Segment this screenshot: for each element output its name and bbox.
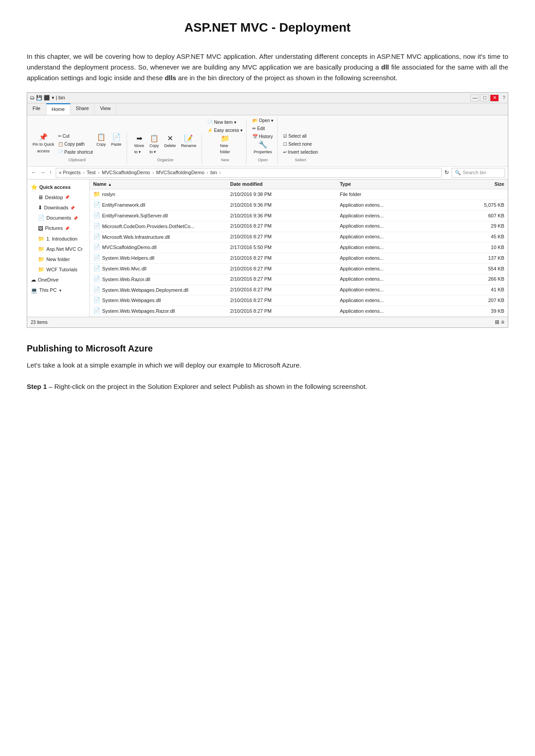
organize-label: Organize (157, 157, 174, 163)
sidebar-item-downloads[interactable]: ⬇ Downloads 📌 (27, 203, 89, 213)
search-icon: 🔍 (455, 169, 461, 177)
copy-button[interactable]: 📋 Copy (95, 133, 107, 148)
table-row[interactable]: 📄System.Web.Webpages.Razor.dll 2/10/2016… (90, 306, 508, 317)
sidebar-item-introduction[interactable]: 📁 1. Introduction (27, 234, 89, 244)
fe-statusbar: 23 items ⊞ ≡ (27, 317, 508, 327)
move-to-button[interactable]: ➡ Moveto ▾ (132, 134, 146, 156)
table-row[interactable]: 📄MVCScaffoldingDemo.dll 2/17/2016 5:50 P… (90, 242, 508, 253)
search-box[interactable]: 🔍 Search bin (452, 168, 505, 178)
file-type-cell: Application extens... (340, 201, 449, 209)
col-type[interactable]: Type (340, 180, 449, 188)
file-date-cell: 2/10/2016 9:36 PM (230, 201, 340, 209)
file-name-cell: 📄Microsoft.CodeDom.Providers.DotNetCo... (93, 222, 230, 231)
rename-button[interactable]: 📝 Rename (179, 134, 198, 150)
table-row[interactable]: 📄EntityFramework.dll 2/10/2016 9:36 PM A… (90, 200, 508, 211)
address-path[interactable]: « Projects › Test › MVCScaffoldingDemo ›… (56, 168, 442, 178)
pin-to-quick-access-button[interactable]: 📌 Pin to Quickaccess (31, 133, 56, 155)
thispc-icon: 💻 (31, 286, 37, 295)
sidebar-label-thispc: This PC (39, 286, 57, 294)
ribbon-group-open: 📂 Open ▾ ✏ Edit 📅 History 🔧 Properties O… (252, 117, 278, 164)
sidebar-item-desktop[interactable]: 🖥 Desktop 📌 (27, 192, 89, 203)
ribbon-clipboard-buttons: 📌 Pin to Quickaccess ✂ Cut 📋 Copy path 📄… (31, 133, 123, 156)
file-size-cell: 554 KB (449, 265, 504, 273)
tab-home[interactable]: Home (46, 103, 70, 115)
up-button[interactable]: ↑ (48, 168, 53, 177)
new-folder-sidebar-icon: 📁 (38, 255, 45, 264)
move-label: Moveto ▾ (134, 143, 144, 155)
fe-titlebar-left: 🗂 💾 ⬛ ▾ | bin (30, 94, 65, 102)
sidebar-item-aspnet[interactable]: 📁 Asp.Net MVC Cr (27, 244, 89, 254)
sidebar-item-thispc[interactable]: 💻 This PC ▾ (27, 286, 89, 296)
copy-to-button[interactable]: 📋 Copyto ▾ (148, 134, 160, 156)
intro-text-end: are in the bin directory of the project … (176, 74, 397, 82)
file-type-cell: Application extens... (340, 297, 449, 305)
maximize-button[interactable]: □ (480, 94, 489, 102)
sidebar-item-onedrive[interactable]: ☁ OneDrive (27, 275, 89, 285)
refresh-icon[interactable]: ↻ (444, 168, 449, 177)
history-action[interactable]: 📅 History (252, 133, 273, 140)
table-row[interactable]: 📄System.Web.Razor.dll 2/10/2016 8:27 PM … (90, 274, 508, 285)
fe-ribbon-content: 📌 Pin to Quickaccess ✂ Cut 📋 Copy path 📄… (27, 115, 508, 166)
status-items-count: 23 items (31, 319, 48, 326)
sidebar-item-new-folder[interactable]: 📁 New folder (27, 254, 89, 265)
close-button[interactable]: ✕ (490, 94, 499, 102)
table-row[interactable]: 📄System.Web.Helpers.dll 2/10/2016 8:27 P… (90, 253, 508, 264)
file-name-cell: 📁roslyn (93, 190, 230, 199)
table-row[interactable]: 📁roslyn 2/10/2016 9:38 PM File folder (90, 189, 508, 200)
details-view-icon[interactable]: ⊞ (495, 318, 499, 327)
file-size-cell: 45 KB (449, 233, 504, 241)
select-label: Select (295, 157, 306, 163)
tab-share[interactable]: Share (70, 103, 95, 115)
col-date[interactable]: Date modified (230, 180, 340, 188)
paste-icon: 📄 (112, 134, 121, 141)
sidebar-item-quick-access[interactable]: ⭐ Quick access (27, 182, 89, 192)
select-all-action[interactable]: ☑ Select all (283, 133, 318, 140)
ribbon-organize-buttons: ➡ Moveto ▾ 📋 Copyto ▾ ✕ Delete 📝 Rename (132, 134, 198, 156)
desktop-icon: 🖥 (38, 193, 43, 202)
table-row[interactable]: 📄System.Web.Webpages.dll 2/10/2016 8:27 … (90, 295, 508, 306)
easy-access-action[interactable]: ⚡ Easy access ▾ (207, 127, 243, 134)
sidebar-item-pictures[interactable]: 🖼 Pictures 📌 (27, 224, 89, 234)
table-row[interactable]: 📄Microsoft.CodeDom.Providers.DotNetCo...… (90, 221, 508, 232)
new-folder-button[interactable]: 📁 Newfolder (218, 134, 232, 156)
paste-shortcut-action[interactable]: 📄 Paste shortcut (58, 149, 93, 156)
invert-selection-action[interactable]: ↩ Invert selection (283, 149, 318, 156)
file-type-cell: Application extens... (340, 244, 449, 252)
table-row[interactable]: 📄Microsoft.Web.Infrastructure.dll 2/10/2… (90, 232, 508, 243)
tab-view[interactable]: View (95, 103, 116, 115)
fe-sidebar: ⭐ Quick access 🖥 Desktop 📌 ⬇ Downloads 📌… (27, 180, 90, 317)
page-title: ASP.NET MVC - Deployment (27, 18, 508, 38)
cut-action[interactable]: ✂ Cut (58, 133, 93, 140)
select-none-action[interactable]: ☐ Select none (283, 141, 318, 148)
col-name[interactable]: Name ▲ (93, 180, 230, 188)
fe-titlebar-title: ▾ | bin (52, 94, 65, 102)
open-action[interactable]: 📂 Open ▾ (252, 117, 273, 124)
delete-button[interactable]: ✕ Delete (162, 134, 177, 150)
documents-pin-icon: 📌 (73, 215, 78, 221)
desktop-pin-icon: 📌 (65, 194, 70, 200)
dll-bold: dll (381, 63, 389, 71)
properties-button[interactable]: 🔧 Properties (252, 140, 274, 156)
forward-button[interactable]: → (39, 168, 47, 177)
table-row[interactable]: 📄System.Web.Mvc.dll 2/10/2016 8:27 PM Ap… (90, 264, 508, 274)
sidebar-item-documents[interactable]: 📄 Documents 📌 (27, 213, 89, 223)
rename-label: Rename (181, 143, 196, 149)
properties-icon: 🔧 (259, 141, 268, 148)
paste-button[interactable]: 📄 Paste (109, 133, 123, 148)
table-row[interactable]: 📄EntityFramework.SqlServer.dll 2/10/2016… (90, 211, 508, 221)
file-size-cell: 607 KB (449, 212, 504, 220)
minimize-button[interactable]: — (470, 94, 479, 102)
copy-path-action[interactable]: 📋 Copy path (58, 141, 93, 148)
sidebar-item-wcf[interactable]: 📁 WCF Tutorials (27, 265, 89, 275)
edit-action[interactable]: ✏ Edit (252, 125, 273, 132)
pictures-icon: 🖼 (38, 225, 43, 233)
list-view-icon[interactable]: ≡ (501, 318, 504, 327)
table-row[interactable]: 📄System.Web.Webpages.Deployment.dll 2/10… (90, 285, 508, 296)
tab-file[interactable]: File (27, 103, 46, 115)
sidebar-label-onedrive: OneDrive (38, 276, 58, 284)
back-button[interactable]: ← (30, 168, 38, 177)
properties-label: Properties (254, 149, 272, 155)
file-icon: 📄 (93, 276, 100, 282)
col-size[interactable]: Size (449, 180, 504, 188)
new-item-action[interactable]: 📄 New item ▾ (207, 119, 243, 126)
